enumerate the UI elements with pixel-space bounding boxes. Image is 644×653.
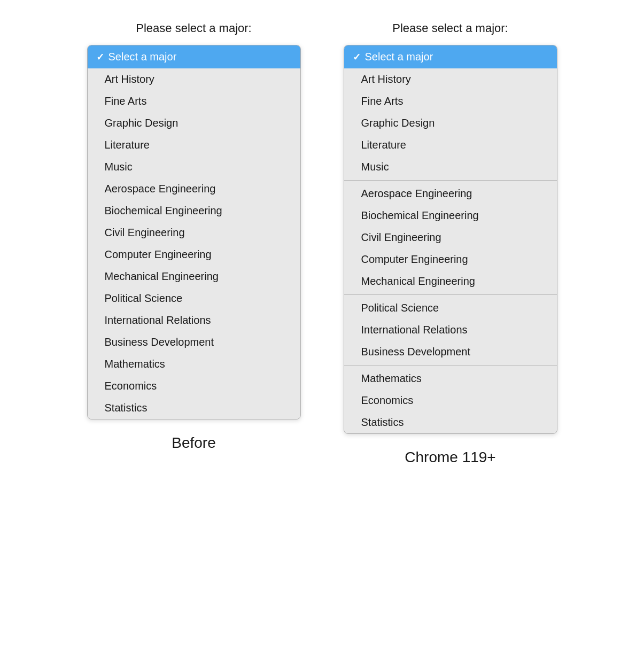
after-column: Please select a major: ✓ Select a major …: [344, 21, 557, 466]
list-item[interactable]: Biochemical Engineering: [344, 205, 557, 227]
before-column: Please select a major: ✓ Select a major …: [87, 21, 301, 452]
list-item[interactable]: Biochemical Engineering: [88, 200, 300, 222]
before-caption: Before: [172, 434, 216, 452]
list-item[interactable]: Statistics: [88, 397, 300, 419]
list-item[interactable]: Aerospace Engineering: [344, 183, 557, 205]
after-label: Please select a major:: [392, 21, 508, 35]
group-divider: [344, 180, 557, 181]
list-item[interactable]: Art History: [88, 68, 300, 90]
list-item[interactable]: Political Science: [88, 287, 300, 309]
group-divider: [344, 294, 557, 295]
list-item[interactable]: Graphic Design: [344, 112, 557, 134]
before-checkmark-icon: ✓: [96, 51, 104, 63]
list-item[interactable]: Fine Arts: [88, 90, 300, 112]
list-item[interactable]: Mathematics: [88, 353, 300, 375]
before-label: Please select a major:: [136, 21, 251, 35]
list-item[interactable]: Civil Engineering: [88, 222, 300, 244]
list-item[interactable]: Business Development: [344, 341, 557, 363]
list-item[interactable]: International Relations: [344, 319, 557, 341]
list-item[interactable]: Mechanical Engineering: [88, 266, 300, 287]
after-items-list: Art HistoryFine ArtsGraphic DesignLitera…: [344, 68, 557, 433]
list-item[interactable]: International Relations: [88, 309, 300, 331]
list-item[interactable]: Economics: [344, 390, 557, 411]
list-item[interactable]: Graphic Design: [88, 112, 300, 134]
after-checkmark-icon: ✓: [353, 51, 361, 63]
list-item[interactable]: Statistics: [344, 411, 557, 433]
list-item[interactable]: Music: [344, 156, 557, 178]
list-item[interactable]: Computer Engineering: [88, 244, 300, 266]
after-selected-option[interactable]: ✓ Select a major: [344, 45, 557, 68]
list-item[interactable]: Mathematics: [344, 368, 557, 390]
list-item[interactable]: Computer Engineering: [344, 248, 557, 270]
list-item[interactable]: Economics: [88, 375, 300, 397]
before-dropdown[interactable]: ✓ Select a major Art HistoryFine ArtsGra…: [87, 45, 301, 419]
list-item[interactable]: Business Development: [88, 331, 300, 353]
list-item[interactable]: Political Science: [344, 297, 557, 319]
after-caption: Chrome 119+: [405, 449, 495, 466]
before-selected-option[interactable]: ✓ Select a major: [88, 45, 300, 68]
list-item[interactable]: Aerospace Engineering: [88, 178, 300, 200]
group-divider: [344, 365, 557, 366]
list-item[interactable]: Literature: [88, 134, 300, 156]
list-item[interactable]: Literature: [344, 134, 557, 156]
after-selected-label: Select a major: [365, 51, 433, 63]
page-container: Please select a major: ✓ Select a major …: [11, 21, 633, 466]
list-item[interactable]: Civil Engineering: [344, 227, 557, 248]
before-items-list: Art HistoryFine ArtsGraphic DesignLitera…: [88, 68, 300, 419]
before-selected-label: Select a major: [108, 51, 177, 63]
list-item[interactable]: Mechanical Engineering: [344, 270, 557, 292]
list-item[interactable]: Art History: [344, 68, 557, 90]
list-item[interactable]: Fine Arts: [344, 90, 557, 112]
after-dropdown[interactable]: ✓ Select a major Art HistoryFine ArtsGra…: [344, 45, 557, 434]
list-item[interactable]: Music: [88, 156, 300, 178]
